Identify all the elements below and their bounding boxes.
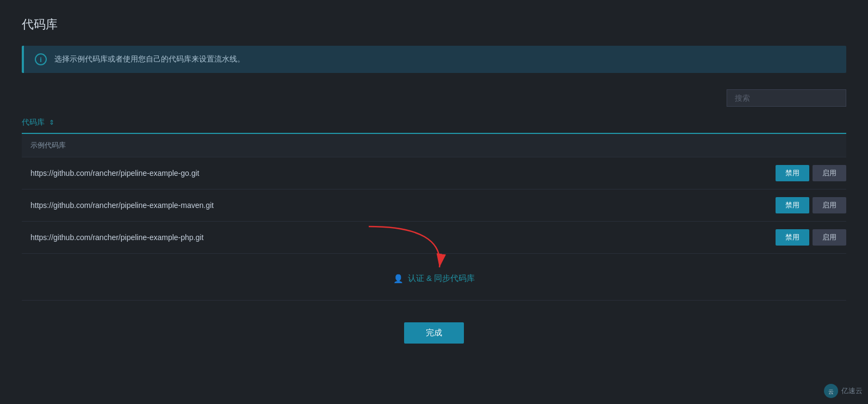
svg-text:云: 云	[828, 389, 834, 395]
search-area	[22, 89, 846, 107]
repo-url: https://github.com/rancher/pipeline-exam…	[30, 169, 200, 177]
table-header: 代码库 ⇕	[22, 112, 846, 134]
disable-button-2[interactable]: 禁用	[776, 229, 809, 246]
enable-button-2[interactable]: 启用	[813, 229, 846, 246]
repo-row-actions: 禁用 启用	[776, 165, 846, 181]
auth-sync-area: 👤 认证 & 同步代码库	[22, 254, 846, 295]
info-banner: i 选择示例代码库或者使用您自己的代码库来设置流水线。	[22, 46, 846, 73]
section-label-row: 示例代码库	[22, 134, 846, 157]
watermark: 云 亿速云	[823, 383, 863, 399]
repo-table: 代码库 ⇕ 示例代码库 https://github.com/rancher/p…	[22, 112, 846, 254]
repo-row-actions: 禁用 启用	[776, 229, 846, 246]
info-icon: i	[35, 53, 47, 65]
table-row: https://github.com/rancher/pipeline-exam…	[22, 189, 846, 222]
footer-area: 完成	[22, 317, 846, 344]
repo-row-actions: 禁用 启用	[776, 197, 846, 213]
disable-button-1[interactable]: 禁用	[776, 197, 809, 213]
user-icon: 👤	[393, 274, 404, 284]
divider	[22, 300, 846, 301]
table-row: https://github.com/rancher/pipeline-exam…	[22, 222, 846, 254]
watermark-text: 亿速云	[841, 386, 863, 396]
sort-icon[interactable]: ⇕	[49, 119, 54, 126]
enable-button-1[interactable]: 启用	[813, 197, 846, 213]
table-header-label: 代码库	[22, 118, 45, 127]
enable-button-0[interactable]: 启用	[813, 165, 846, 181]
repo-url: https://github.com/rancher/pipeline-exam…	[30, 233, 203, 242]
disable-button-0[interactable]: 禁用	[776, 165, 809, 181]
search-input[interactable]	[727, 89, 846, 107]
finish-button[interactable]: 完成	[404, 322, 464, 344]
info-banner-text: 选择示例代码库或者使用您自己的代码库来设置流水线。	[54, 54, 245, 64]
table-row: https://github.com/rancher/pipeline-exam…	[22, 157, 846, 189]
auth-sync-link[interactable]: 认证 & 同步代码库	[408, 273, 475, 284]
watermark-icon: 云	[823, 383, 839, 399]
repo-url: https://github.com/rancher/pipeline-exam…	[30, 201, 214, 210]
page-title: 代码库	[22, 16, 846, 33]
